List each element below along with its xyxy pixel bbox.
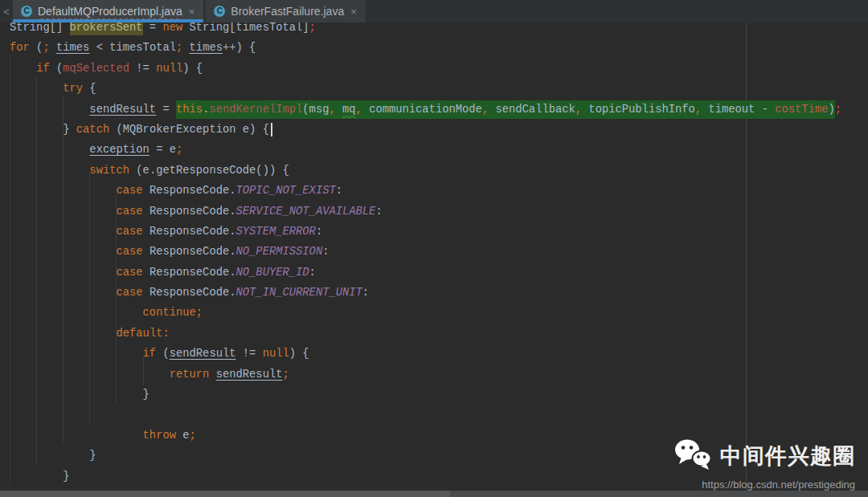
- java-class-icon: C: [214, 6, 225, 17]
- code-token: TOPIC_NOT_EXIST: [236, 185, 336, 197]
- tab-close-icon[interactable]: ×: [188, 6, 196, 17]
- code-token: [10, 307, 143, 319]
- tab-close-icon[interactable]: ×: [350, 6, 358, 17]
- code-line: case ResponseCode.NO_BUYER_ID:: [10, 263, 841, 283]
- code-token: ,: [329, 100, 335, 119]
- code-token: [182, 42, 189, 54]
- code-token: sendCallback: [489, 100, 575, 119]
- code-token: if: [36, 63, 50, 75]
- code-token: < timesTotal: [89, 42, 176, 54]
- code-token: case: [116, 226, 142, 238]
- code-line: } catch (MQBrokerException e) {: [10, 120, 841, 140]
- watermark-title: 中间件兴趣圈: [720, 442, 855, 471]
- code-token: [10, 206, 116, 218]
- code-token: sendKernelImpl: [209, 100, 302, 119]
- code-token: :: [322, 246, 329, 258]
- code-token: [10, 246, 116, 258]
- code-token: ResponseCode.: [143, 185, 236, 197]
- code-line: [10, 405, 841, 425]
- code-token: ;: [196, 307, 203, 319]
- code-token: ResponseCode.: [143, 287, 236, 299]
- code-token: sendResult: [216, 369, 283, 381]
- code-token: ResponseCode.: [143, 246, 236, 258]
- code-line: for (; times < timesTotal; times++) {: [10, 38, 841, 58]
- code-token: :: [309, 267, 316, 279]
- tab-overflow-chevron-icon[interactable]: <: [0, 0, 13, 22]
- code-token: ): [828, 100, 834, 119]
- code-token: ++) {: [223, 42, 256, 54]
- code-token: [10, 144, 89, 156]
- code-line: case ResponseCode.SYSTEM_ERROR:: [10, 222, 841, 242]
- editor[interactable]: String[] brokersSent = new String[timesT…: [0, 0, 868, 497]
- code-token: case: [116, 267, 142, 279]
- code-token: new: [162, 22, 182, 34]
- code-token: continue: [143, 307, 196, 319]
- code-token: [10, 185, 116, 197]
- code-token: ) {: [182, 63, 203, 75]
- code-line: switch (e.getResponseCode()) {: [10, 161, 841, 181]
- code-token: case: [116, 287, 142, 299]
- code-token: ,: [695, 100, 702, 119]
- code-line: default:: [10, 324, 841, 344]
- horizontal-scrollbar[interactable]: [0, 491, 868, 497]
- code-line: }: [10, 385, 841, 405]
- code-token: ResponseCode.: [143, 267, 236, 279]
- code-token: [10, 104, 89, 116]
- code-token: [10, 63, 36, 75]
- horizontal-scrollbar-thumb[interactable]: [0, 491, 450, 497]
- code-line: exception = e;: [10, 140, 841, 160]
- code-token: ,: [575, 100, 582, 119]
- code-token: [10, 267, 116, 279]
- tab-defaultmqproducerimpl[interactable]: C DefaultMQProducerImpl.java ×: [13, 0, 203, 22]
- code-line: continue;: [10, 303, 841, 323]
- code-token: ;: [282, 369, 289, 381]
- code-token: if: [143, 348, 157, 360]
- code-token: default: [116, 328, 162, 340]
- code-token: times: [56, 42, 89, 54]
- code-token: catch: [76, 124, 109, 136]
- code-token: switch: [89, 165, 129, 177]
- code-token: [10, 287, 116, 299]
- code-token: SYSTEM_ERROR: [236, 226, 316, 238]
- code-token: NO_BUYER_ID: [236, 267, 309, 279]
- tab-label: BrokerFastFailure.java: [231, 5, 344, 18]
- code-token: (e.getResponseCode()) {: [129, 165, 289, 177]
- code-line: return sendResult;: [10, 365, 841, 385]
- text-caret: [271, 123, 272, 136]
- code-token: !=: [236, 348, 263, 360]
- tab-bar: < C DefaultMQProducerImpl.java × C Broke…: [0, 0, 868, 22]
- code-line: sendResult = this.sendKernelImpl(msg, mq…: [10, 100, 841, 120]
- code-line: if (mqSelected != null) {: [10, 59, 841, 79]
- code-token: SERVICE_NOT_AVAILABLE: [236, 206, 376, 218]
- code-line: case ResponseCode.NO_PERMISSION:: [10, 242, 841, 262]
- code-token: [10, 348, 143, 360]
- code-token: ;: [43, 42, 49, 54]
- code-token: [10, 83, 63, 95]
- code-lines[interactable]: String[] brokersSent = new String[timesT…: [10, 18, 841, 497]
- java-class-icon: C: [21, 6, 32, 17]
- watermark-url: https://blog.csdn.net/prestigeding: [674, 479, 855, 491]
- code-token: exception: [89, 144, 149, 156]
- code-token: = e: [149, 144, 176, 156]
- code-token: case: [116, 185, 142, 197]
- code-token: timeout -: [702, 100, 775, 119]
- active-tab-indicator: [13, 19, 203, 22]
- wechat-icon: [674, 438, 712, 474]
- tab-brokerfastfailure[interactable]: C BrokerFastFailure.java ×: [206, 0, 365, 22]
- code-token: case: [116, 246, 142, 258]
- code-token: costTime: [775, 100, 828, 119]
- watermark: 中间件兴趣圈 https://blog.csdn.net/prestigedin…: [674, 438, 855, 491]
- code-token: communicationMode: [362, 100, 482, 119]
- code-token: sendResult: [89, 104, 156, 116]
- code-line: try {: [10, 79, 841, 99]
- code-token: [209, 369, 215, 381]
- code-token: NO_PERMISSION: [236, 246, 323, 258]
- code-line: case ResponseCode.SERVICE_NOT_AVAILABLE:: [10, 202, 841, 222]
- code-token: try: [63, 83, 83, 95]
- code-token: [10, 369, 170, 381]
- code-token: ;: [835, 104, 841, 116]
- code-token: }: [10, 389, 149, 401]
- code-token: String[timesTotal]: [182, 22, 309, 34]
- code-token: (msg: [302, 100, 329, 119]
- code-token: ;: [176, 144, 182, 156]
